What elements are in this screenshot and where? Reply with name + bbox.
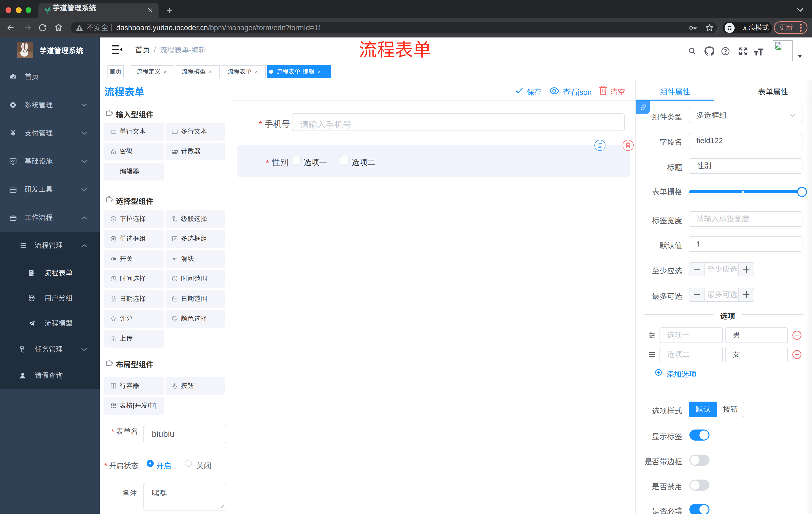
svg-text:123: 123: [172, 150, 178, 154]
